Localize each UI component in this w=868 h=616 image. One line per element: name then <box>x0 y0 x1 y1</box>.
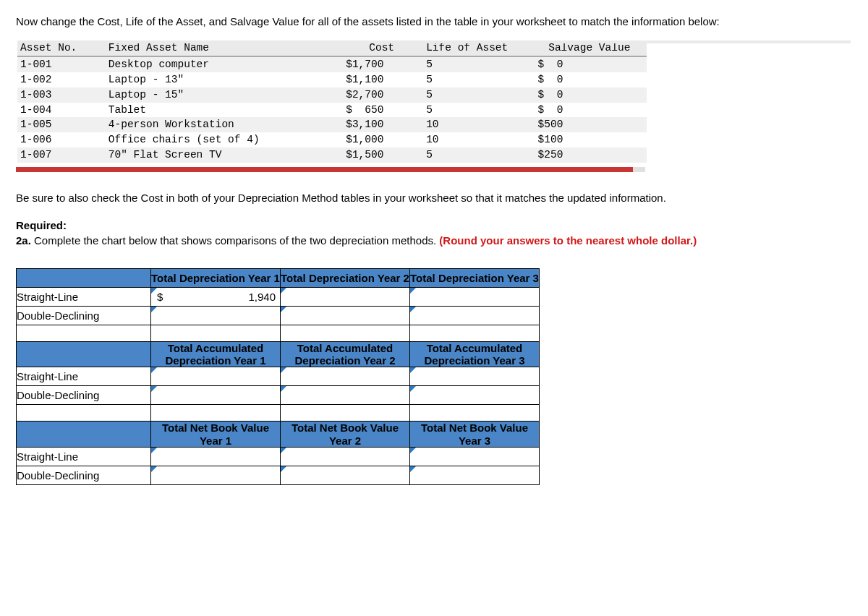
cell-indicator-icon <box>281 307 286 312</box>
spacer-row <box>17 325 540 341</box>
asset-no: 1-001 <box>17 57 106 72</box>
asset-name: 70" Flat Screen TV <box>106 147 343 163</box>
input-cell-dd-dep-y2[interactable] <box>281 306 410 325</box>
row-label-straight-line: Straight-Line <box>17 287 151 306</box>
table-row: 1-002Laptop - 13"$1,1005$ 0 <box>17 72 647 87</box>
table-row: 1-006Office chairs (set of 4)$1,00010$10… <box>17 132 647 147</box>
instruction-text: Now change the Cost, Life of the Asset, … <box>16 14 852 29</box>
asset-salvage: $250 <box>535 147 647 163</box>
asset-life: 10 <box>423 132 535 147</box>
table-scroll-indicator <box>16 167 645 172</box>
cell-indicator-icon <box>281 466 286 472</box>
asset-no: 1-004 <box>17 103 106 118</box>
table-row: Straight-Line <box>17 367 540 386</box>
asset-name: Desktop computer <box>106 57 343 72</box>
asset-salvage: $500 <box>535 117 647 132</box>
input-cell-sl-dep-y3[interactable] <box>410 287 540 306</box>
asset-no: 1-007 <box>17 147 106 163</box>
section2-header-y3: Total Accumulated Depreciation Year 3 <box>410 341 540 367</box>
cell-indicator-icon <box>151 307 157 312</box>
col-header-salvage: Salvage Value <box>535 40 647 57</box>
input-cell-dd-nbv-y2[interactable] <box>281 466 410 484</box>
asset-life: 5 <box>423 147 535 163</box>
section3-corner <box>17 422 151 448</box>
section1-corner <box>17 268 151 287</box>
row-label-double-declining: Double-Declining <box>17 386 151 405</box>
input-cell-dd-acc-y2[interactable] <box>281 386 410 405</box>
asset-reference-block: Asset No. Fixed Asset Name Cost Life of … <box>16 39 852 164</box>
asset-life: 5 <box>423 87 535 103</box>
cell-indicator-icon <box>410 386 416 392</box>
row-label-double-declining: Double-Declining <box>17 306 151 325</box>
asset-cost: $ 650 <box>343 103 423 118</box>
input-cell-sl-nbv-y1[interactable] <box>151 447 281 466</box>
cell-indicator-icon <box>281 367 286 373</box>
depreciation-comparison-table: Total Depreciation Year 1 Total Deprecia… <box>16 268 540 485</box>
asset-life: 5 <box>423 57 535 72</box>
input-cell-sl-dep-y1[interactable]: $ 1,940 <box>151 287 281 306</box>
section3-header-y1: Total Net Book Value Year 1 <box>151 422 281 448</box>
cell-indicator-icon <box>281 386 286 392</box>
input-cell-dd-nbv-y3[interactable] <box>410 466 540 484</box>
table-row: 1-003Laptop - 15"$2,7005$ 0 <box>17 87 647 103</box>
required-text: Complete the chart below that shows comp… <box>31 234 439 247</box>
asset-cost: $1,700 <box>343 57 423 72</box>
asset-salvage: $100 <box>535 132 647 147</box>
required-number: 2a. <box>16 234 31 247</box>
section2-header-y2: Total Accumulated Depreciation Year 2 <box>281 341 410 367</box>
input-cell-sl-nbv-y2[interactable] <box>281 447 410 466</box>
input-cell-sl-dep-y2[interactable] <box>281 287 410 306</box>
input-cell-sl-acc-y2[interactable] <box>281 367 410 386</box>
input-cell-dd-acc-y3[interactable] <box>410 386 540 405</box>
required-block: Required: 2a. Complete the chart below t… <box>16 218 852 248</box>
section1-header-y3: Total Depreciation Year 3 <box>410 268 540 287</box>
cell-indicator-icon <box>410 448 416 453</box>
asset-name: Office chairs (set of 4) <box>106 132 343 147</box>
required-rounding-note: (Round your answers to the nearest whole… <box>439 234 697 247</box>
asset-cost: $1,100 <box>343 72 423 87</box>
cell-indicator-icon <box>151 466 157 472</box>
asset-cost: $1,000 <box>343 132 423 147</box>
asset-salvage: $ 0 <box>535 57 647 72</box>
asset-no: 1-002 <box>17 72 106 87</box>
cell-indicator-icon <box>281 288 286 294</box>
required-label: Required: <box>16 219 67 231</box>
spacer-row <box>17 405 540 422</box>
row-label-straight-line: Straight-Line <box>17 447 151 466</box>
cell-indicator-icon <box>410 367 416 373</box>
asset-life: 10 <box>423 117 535 132</box>
section1-header-y1: Total Depreciation Year 1 <box>151 268 281 287</box>
table-row: 1-00770" Flat Screen TV$1,5005$250 <box>17 147 647 163</box>
asset-salvage: $ 0 <box>535 72 647 87</box>
section3-header-y3: Total Net Book Value Year 3 <box>410 422 540 448</box>
input-cell-dd-acc-y1[interactable] <box>151 386 281 405</box>
input-cell-sl-acc-y3[interactable] <box>410 367 540 386</box>
asset-name: 4-person Workstation <box>106 117 343 132</box>
table-row: 1-001Desktop computer$1,7005$ 0 <box>17 57 647 72</box>
input-cell-dd-dep-y1[interactable] <box>151 306 281 325</box>
section1-header-y2: Total Depreciation Year 2 <box>281 268 410 287</box>
note-text: Be sure to also check the Cost in both o… <box>16 191 852 205</box>
table-row: Double-Declining <box>17 466 540 484</box>
table-row: 1-004Tablet$ 6505$ 0 <box>17 103 647 118</box>
input-cell-dd-dep-y3[interactable] <box>410 306 540 325</box>
table-row: 1-0054-person Workstation$3,10010$500 <box>17 117 647 132</box>
cell-value: 1,940 <box>163 291 280 303</box>
asset-cost: $3,100 <box>343 117 423 132</box>
cell-indicator-icon <box>151 448 157 453</box>
asset-no: 1-003 <box>17 87 106 103</box>
input-cell-sl-nbv-y3[interactable] <box>410 447 540 466</box>
col-header-asset-no: Asset No. <box>17 40 106 57</box>
cell-indicator-icon <box>151 386 157 392</box>
input-cell-dd-nbv-y1[interactable] <box>151 466 281 484</box>
asset-cost: $2,700 <box>343 87 423 103</box>
asset-name: Tablet <box>106 103 343 118</box>
cell-indicator-icon <box>151 367 157 373</box>
asset-life: 5 <box>423 103 535 118</box>
section2-header-y1: Total Accumulated Depreciation Year 1 <box>151 341 281 367</box>
asset-salvage: $ 0 <box>535 103 647 118</box>
asset-no: 1-005 <box>17 117 106 132</box>
asset-life: 5 <box>423 72 535 87</box>
cell-indicator-icon <box>151 288 157 294</box>
input-cell-sl-acc-y1[interactable] <box>151 367 281 386</box>
